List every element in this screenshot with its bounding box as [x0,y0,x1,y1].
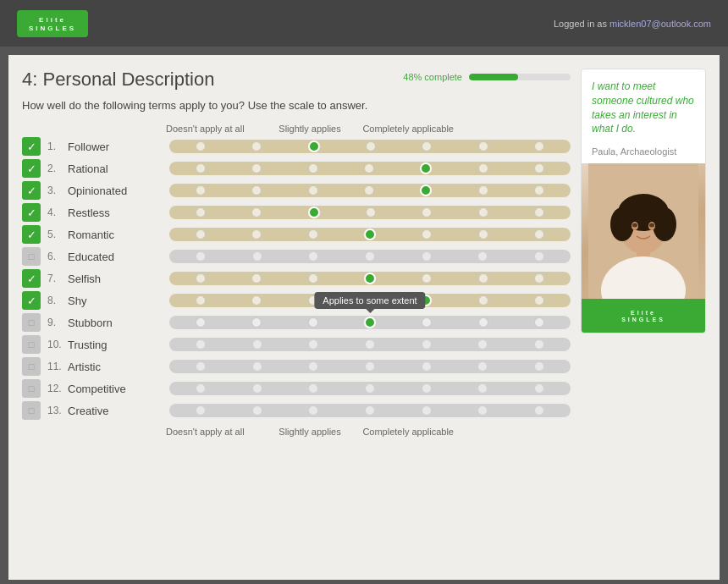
scale-dot[interactable] [196,317,206,328]
scale-dot[interactable] [251,229,262,240]
trait-checkbox[interactable]: □ [22,335,41,354]
scale-dot[interactable] [308,273,318,284]
scale-dot[interactable] [366,207,376,218]
scale-dot[interactable] [365,251,375,262]
scale-dot[interactable] [308,163,318,174]
scale-dot[interactable] [252,405,262,416]
scale-dot[interactable] [365,383,375,394]
scale-dot[interactable] [308,383,318,394]
scale-dot[interactable] [196,383,206,394]
scale-track[interactable] [169,360,571,373]
scale-dot[interactable] [308,405,318,416]
scale-dot[interactable] [422,339,432,350]
scale-dot[interactable] [478,141,488,152]
scale-dot[interactable] [251,141,262,152]
trait-checkbox[interactable]: ✓ [22,291,41,310]
scale-track[interactable] [169,140,571,153]
scale-dot[interactable] [534,163,544,174]
scale-dot[interactable] [477,361,488,372]
scale-dot[interactable] [422,229,432,240]
scale-track[interactable] [169,382,571,395]
scale-dot[interactable] [477,383,488,394]
scale-dot[interactable] [478,229,488,240]
scale-dot[interactable] [196,207,206,218]
scale-track[interactable] [169,272,571,285]
scale-dot-selected[interactable] [364,273,376,284]
scale-dot[interactable] [534,229,544,240]
scale-dot[interactable] [478,317,488,328]
scale-track[interactable] [169,250,571,263]
scale-track[interactable] [169,184,571,197]
scale-dot[interactable] [422,273,432,284]
scale-dot[interactable] [534,207,544,218]
scale-dot[interactable] [196,251,206,262]
trait-checkbox[interactable]: ✓ [22,137,41,156]
trait-checkbox[interactable]: □ [22,357,41,376]
scale-dot[interactable] [251,163,262,174]
scale-dot[interactable] [364,185,374,196]
scale-dot[interactable] [252,361,262,372]
trait-checkbox[interactable]: □ [22,247,41,266]
scale-dot[interactable] [534,339,544,350]
trait-checkbox[interactable]: ✓ [22,159,41,178]
scale-dot[interactable] [252,339,262,350]
trait-checkbox[interactable]: ✓ [22,181,41,200]
scale-dot[interactable] [534,273,544,284]
scale-dot[interactable] [196,339,206,350]
scale-dot-selected[interactable] [364,229,376,240]
scale-dot[interactable] [196,361,206,372]
scale-dot[interactable] [422,361,432,372]
scale-dot[interactable] [422,383,432,394]
scale-track[interactable] [169,228,571,241]
scale-dot[interactable] [196,295,206,306]
scale-dot[interactable] [308,317,318,328]
scale-dot[interactable] [477,339,488,350]
scale-dot[interactable] [365,405,375,416]
scale-dot[interactable] [478,295,488,306]
scale-track[interactable] [169,206,571,219]
scale-dot[interactable] [534,405,544,416]
trait-checkbox[interactable]: ✓ [22,225,41,244]
scale-track[interactable] [169,338,571,351]
scale-dot-selected[interactable] [308,140,320,152]
scale-track[interactable] [169,404,571,417]
scale-dot[interactable] [478,163,488,174]
scale-dot[interactable] [252,251,262,262]
scale-dot[interactable] [534,295,544,306]
trait-checkbox[interactable]: □ [22,401,41,420]
scale-dot[interactable] [308,185,318,196]
scale-dot[interactable] [308,339,318,350]
scale-dot[interactable] [366,141,376,152]
scale-dot[interactable] [196,185,206,196]
scale-dot[interactable] [251,295,262,306]
scale-dot[interactable] [477,251,488,262]
scale-dot[interactable] [196,229,206,240]
scale-dot-selected[interactable] [308,207,320,218]
scale-dot[interactable] [196,163,206,174]
scale-track[interactable] [169,162,571,175]
scale-dot[interactable] [422,317,432,328]
scale-dot[interactable] [365,339,375,350]
scale-dot[interactable] [534,141,544,152]
scale-dot-selected[interactable] [420,163,432,174]
scale-dot[interactable] [251,207,262,218]
scale-dot[interactable] [478,273,488,284]
scale-dot-selected[interactable] [364,317,376,328]
scale-dot[interactable] [422,207,432,218]
scale-dot[interactable] [422,141,432,152]
scale-dot[interactable] [478,185,488,196]
scale-dot[interactable] [477,405,488,416]
scale-dot[interactable] [251,273,262,284]
scale-dot[interactable] [534,251,544,262]
trait-checkbox[interactable]: □ [22,313,41,332]
scale-dot[interactable] [364,163,374,174]
trait-checkbox[interactable]: □ [22,379,41,398]
scale-dot[interactable] [196,405,206,416]
trait-checkbox[interactable]: ✓ [22,269,41,288]
scale-dot[interactable] [196,141,206,152]
logged-in-user[interactable]: micklen07@outlook.com [609,19,711,29]
scale-dot[interactable] [422,405,432,416]
scale-dot[interactable] [478,207,488,218]
scale-dot[interactable] [365,361,375,372]
scale-dot[interactable] [534,383,544,394]
